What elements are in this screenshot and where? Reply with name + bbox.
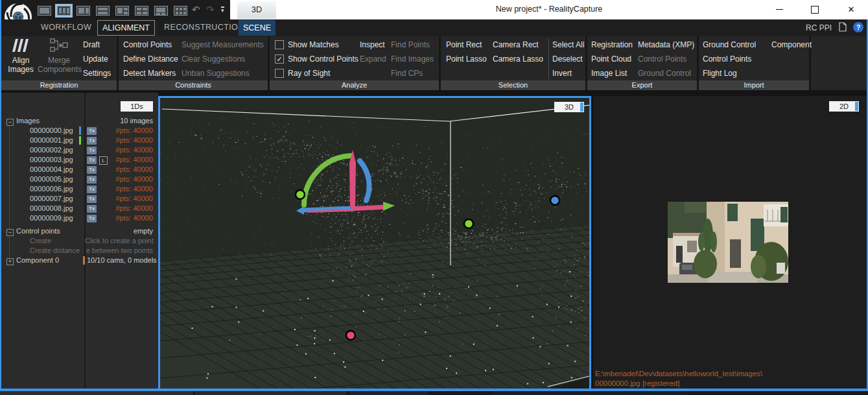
clear-suggestions-button[interactable]: Clear Suggestions bbox=[182, 54, 245, 64]
view-3d-active-bar bbox=[580, 102, 583, 112]
layout-two-columns-icon[interactable] bbox=[76, 6, 90, 16]
tree-node-create[interactable]: Create bbox=[30, 237, 51, 246]
invert-button[interactable]: Invert bbox=[552, 69, 572, 78]
layout-grid-icon[interactable] bbox=[135, 6, 148, 16]
export-control-points-button[interactable]: Control Points bbox=[638, 54, 686, 64]
transform-gizmo[interactable] bbox=[296, 150, 395, 215]
registered-photo-thumbnail[interactable] bbox=[668, 202, 788, 283]
component-value: 10/10 cams, 0 models bbox=[87, 256, 153, 264]
tree-image-row[interactable]: 00000006.jpg bbox=[30, 185, 73, 195]
ribbon-collapse-icon[interactable]: ▾ bbox=[221, 6, 224, 13]
layout-left-split-icon[interactable] bbox=[115, 6, 129, 16]
show-control-points-label[interactable]: Show Control Points bbox=[288, 54, 358, 64]
suggest-measurements-button[interactable]: Suggest Measurements bbox=[182, 40, 264, 49]
tree-node-images[interactable]: Images bbox=[16, 117, 40, 126]
component-node-expander[interactable]: + bbox=[6, 258, 14, 265]
help-icon[interactable]: ? bbox=[853, 22, 863, 32]
layout-main-bottom-icon[interactable] bbox=[154, 6, 168, 16]
align-images-button[interactable]: Align Images bbox=[5, 38, 36, 74]
control-point-pink[interactable] bbox=[346, 331, 355, 340]
layout-three-columns-icon[interactable] bbox=[57, 6, 71, 16]
layout-grid-6-icon[interactable] bbox=[174, 6, 187, 16]
tree-node-component-0[interactable]: Component 0 bbox=[16, 256, 59, 266]
tree-node-control-points[interactable]: Control points bbox=[16, 227, 60, 237]
tab-alignment[interactable]: ALIGNMENT bbox=[97, 20, 155, 36]
camera-lasso-button[interactable]: Camera Lasso bbox=[493, 54, 543, 64]
import-ground-control-button[interactable]: Ground Control bbox=[703, 40, 756, 49]
export-point-cloud-button[interactable]: Point Cloud bbox=[591, 54, 631, 64]
tree-image-row[interactable]: 00000003.jpg bbox=[30, 156, 73, 165]
section-registration: Registration bbox=[1, 80, 117, 90]
view-2d-active-bar bbox=[855, 102, 858, 111]
tree-image-row[interactable]: 00000005.jpg bbox=[30, 175, 73, 185]
redo-icon[interactable]: ↷ bbox=[206, 4, 215, 16]
viewport-3d[interactable]: 3D bbox=[158, 96, 591, 390]
panel-2d[interactable]: 2D bbox=[593, 96, 867, 389]
expand-button[interactable]: Expand bbox=[360, 54, 386, 64]
export-registration-button[interactable]: Registration bbox=[591, 40, 633, 49]
import-control-points-button[interactable]: Control Points bbox=[703, 54, 751, 64]
minimize-button[interactable] bbox=[765, 0, 795, 19]
find-cps-button[interactable]: Find CPs bbox=[391, 69, 423, 78]
view-selector-1ds[interactable]: 1Ds bbox=[121, 101, 153, 112]
document-icon[interactable] bbox=[839, 22, 847, 34]
tree-image-row[interactable]: 00000004.jpg bbox=[30, 165, 73, 175]
tab-workflow[interactable]: WORKFLOW bbox=[41, 23, 91, 32]
view-selector-2d[interactable]: 2D bbox=[829, 101, 859, 112]
show-control-points-checkbox[interactable]: ✓ bbox=[275, 54, 284, 64]
tab-scene[interactable]: SCENE bbox=[239, 20, 276, 36]
view-selector-3d[interactable]: 3D bbox=[554, 102, 584, 112]
unban-suggestions-button[interactable]: Unban Suggestions bbox=[182, 69, 250, 78]
control-point-markers[interactable] bbox=[296, 190, 559, 340]
maximize-button[interactable] bbox=[800, 0, 830, 19]
image-points-count: #pts: 40000 bbox=[87, 175, 153, 183]
camera-rect-button[interactable]: Camera Rect bbox=[493, 40, 539, 49]
tree-image-row[interactable]: 00000008.jpg bbox=[30, 204, 73, 214]
tree-image-row[interactable]: 00000007.jpg bbox=[30, 195, 73, 204]
control-point-green-1[interactable] bbox=[296, 190, 305, 199]
image-points-count: #pts: 40000 bbox=[87, 214, 153, 222]
close-button[interactable]: ✕ bbox=[836, 0, 866, 19]
tree-node-create-distance[interactable]: Create distance bbox=[30, 246, 80, 256]
control-point-blue[interactable] bbox=[550, 196, 559, 205]
deselect-button[interactable]: Deselect bbox=[552, 54, 583, 64]
tree-image-row[interactable]: 00000001.jpg bbox=[30, 136, 73, 146]
export-metadata-xmp-button[interactable]: Metadata (XMP) bbox=[638, 40, 694, 49]
show-matches-checkbox[interactable] bbox=[275, 40, 284, 49]
layout-rows-icon[interactable] bbox=[96, 6, 110, 16]
images-node-expander[interactable]: − bbox=[6, 119, 14, 126]
show-matches-label[interactable]: Show Matches bbox=[288, 40, 339, 49]
images-count: 10 images bbox=[87, 117, 153, 125]
image-color-bar bbox=[79, 136, 81, 145]
undo-icon[interactable]: ↶ bbox=[192, 4, 200, 16]
inspect-button[interactable]: Inspect bbox=[360, 40, 385, 49]
point-lasso-button[interactable]: Point Lasso bbox=[446, 54, 487, 64]
import-flight-log-button[interactable]: Flight Log bbox=[703, 69, 737, 78]
tree-image-row[interactable]: 00000009.jpg bbox=[30, 214, 73, 224]
export-ground-control-button[interactable]: Ground Control bbox=[638, 69, 691, 78]
control-points-button[interactable]: Control Points bbox=[123, 40, 172, 49]
layout-single-icon[interactable] bbox=[38, 6, 51, 16]
define-distance-button[interactable]: Define Distance bbox=[123, 54, 178, 64]
find-points-button[interactable]: Find Points bbox=[391, 40, 430, 49]
update-button[interactable]: Update bbox=[83, 54, 108, 64]
merge-components-button[interactable]: Merge Components bbox=[38, 38, 80, 74]
panel-1ds: 1Ds − Images 10 images 00000000.jpgTx#pt… bbox=[1, 93, 158, 389]
tree-image-row[interactable]: 00000000.jpg bbox=[30, 126, 73, 136]
control-points-node-expander[interactable]: − bbox=[6, 229, 14, 236]
detect-markers-button[interactable]: Detect Markers bbox=[123, 69, 176, 78]
import-component-button[interactable]: Component bbox=[771, 40, 812, 49]
settings-button[interactable]: Settings bbox=[83, 69, 111, 78]
select-all-button[interactable]: Select All bbox=[552, 40, 584, 49]
draft-button[interactable]: Draft bbox=[83, 40, 100, 49]
control-point-green-2[interactable] bbox=[464, 219, 473, 228]
ray-of-sight-label[interactable]: Ray of Sight bbox=[288, 69, 330, 78]
tab-3d-view[interactable]: 3D bbox=[237, 1, 276, 19]
rc-ppi-label: RC PPI bbox=[806, 23, 832, 32]
find-images-button[interactable]: Find Images bbox=[391, 54, 434, 64]
tab-reconstruction[interactable]: RECONSTRUCTION bbox=[164, 23, 244, 32]
point-rect-button[interactable]: Point Rect bbox=[446, 40, 482, 49]
ray-of-sight-checkbox[interactable] bbox=[275, 69, 284, 78]
export-image-list-button[interactable]: Image List bbox=[591, 69, 627, 78]
tree-image-row[interactable]: 00000002.jpg bbox=[30, 146, 73, 156]
